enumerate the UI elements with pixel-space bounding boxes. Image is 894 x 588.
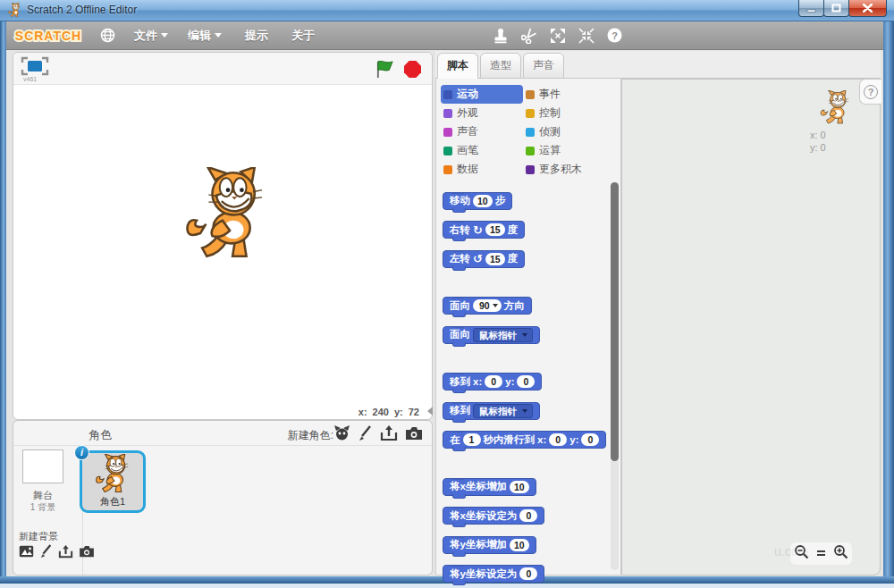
block-number-input[interactable]: 15: [485, 253, 505, 265]
palette-scrollbar[interactable]: [611, 182, 619, 570]
new-sprite-library-icon[interactable]: [333, 424, 350, 445]
new-backdrop-label: 新建背景: [19, 530, 58, 543]
block-number-input[interactable]: 0: [519, 509, 537, 522]
zoom-reset-icon[interactable]: [815, 546, 827, 562]
menu-edit[interactable]: 编辑: [182, 28, 227, 44]
category-外观[interactable]: 外观: [441, 104, 523, 122]
block-set-y[interactable]: 将y坐标设定为0: [443, 565, 544, 583]
upload-icon[interactable]: [380, 425, 398, 445]
shrink-sprite-icon[interactable]: [578, 28, 595, 44]
script-area[interactable]: u.com x: 0 y: 0: [621, 79, 881, 575]
category-侦测[interactable]: 侦测: [523, 122, 616, 141]
category-color-chip: [526, 147, 535, 155]
menu-tips[interactable]: 提示: [240, 28, 274, 44]
block-number-input[interactable]: 10: [510, 481, 529, 493]
title-bar: Scratch 2 Offline Editor: [0, 0, 894, 21]
dropdown-arrow-icon: [161, 33, 168, 38]
category-事件[interactable]: 事件: [523, 85, 616, 104]
category-color-chip: [526, 165, 535, 174]
block-number-input[interactable]: 10: [510, 539, 529, 551]
block-text: 面向: [450, 299, 470, 313]
block-turn-left[interactable]: 左转↺15度: [443, 250, 525, 268]
svg-text:SCRATCH: SCRATCH: [15, 29, 81, 43]
camera-icon[interactable]: [405, 426, 423, 444]
category-label: 运动: [457, 87, 478, 102]
block-point-towards[interactable]: 面向鼠标指针: [443, 326, 540, 344]
block-number-dropdown[interactable]: 90: [473, 299, 502, 312]
block-list: 移动10步右转↻15度左转↺15度面向90方向面向鼠标指针移到x:0y:0移到鼠…: [443, 191, 611, 588]
block-change-y[interactable]: 将y坐标增加10: [443, 536, 536, 554]
category-label: 数据: [457, 162, 478, 177]
block-number-input[interactable]: 0: [549, 433, 567, 446]
paintbrush-icon[interactable]: [358, 425, 373, 445]
block-menu-dropdown[interactable]: 鼠标指针: [473, 328, 533, 342]
delete-scissors-icon[interactable]: [521, 28, 537, 44]
stage-sprite-cat[interactable]: [181, 167, 274, 264]
fullscreen-icon[interactable]: [21, 56, 49, 76]
block-number-input[interactable]: 1: [463, 433, 481, 446]
block-number-input[interactable]: 0: [485, 375, 502, 388]
block-text: 方向: [504, 299, 525, 313]
block-goto-xy[interactable]: 移到x:0y:0: [443, 373, 542, 391]
sprite-thumbnail-sprite1[interactable]: i 角色1: [80, 450, 146, 513]
tab-scripts[interactable]: 脚本: [437, 53, 478, 80]
block-number-input[interactable]: 15: [485, 223, 505, 236]
duplicate-stamp-icon[interactable]: [493, 28, 509, 44]
category-运动[interactable]: 运动: [441, 85, 523, 104]
block-number-input[interactable]: 0: [517, 375, 535, 388]
category-selector: 运动事件外观控制声音侦测画笔运算数据更多积木: [441, 85, 616, 179]
tab-sounds[interactable]: 声音: [523, 53, 564, 79]
block-glide[interactable]: 在1秒内滑行到x:0y:0: [443, 431, 606, 449]
paintbrush-icon[interactable]: [39, 544, 53, 562]
minimize-button[interactable]: [798, 0, 824, 17]
category-运算[interactable]: 运算: [523, 141, 616, 160]
language-globe-icon[interactable]: [100, 28, 115, 43]
block-menu-dropdown[interactable]: 鼠标指针: [473, 404, 533, 418]
category-更多积木[interactable]: 更多积木: [523, 160, 616, 179]
block-change-x[interactable]: 将x坐标增加10: [443, 478, 536, 496]
category-声音[interactable]: 声音: [441, 122, 523, 141]
stage-backdrop-count: 1 背景: [13, 501, 72, 514]
category-label: 侦测: [539, 124, 561, 139]
grow-sprite-icon[interactable]: [550, 28, 566, 44]
stop-icon[interactable]: [404, 61, 421, 78]
mouse-x-value: 240: [373, 407, 389, 417]
block-palette: 运动事件外观控制声音侦测画笔运算数据更多积木 移动10步右转↻15度左转↺15度…: [435, 79, 621, 575]
category-label: 声音: [457, 124, 478, 139]
category-数据[interactable]: 数据: [441, 160, 523, 179]
tab-costumes[interactable]: 造型: [480, 53, 521, 79]
maximize-button[interactable]: [823, 0, 849, 17]
palette-scrollbar-thumb[interactable]: [611, 182, 619, 461]
menu-file[interactable]: 文件: [129, 28, 173, 44]
script-area-sprite-thumbnail: [819, 90, 853, 126]
new-sprite-label: 新建角色:: [288, 428, 333, 443]
category-控制[interactable]: 控制: [523, 104, 616, 122]
green-flag-icon[interactable]: [375, 60, 394, 79]
block-number-input[interactable]: 10: [473, 195, 493, 207]
collapse-arrow-icon[interactable]: [427, 407, 433, 416]
camera-icon[interactable]: [79, 545, 95, 561]
block-number-input[interactable]: 0: [581, 433, 599, 446]
block-text: 将y坐标设定为: [450, 567, 517, 581]
block-move-steps[interactable]: 移动10步: [443, 192, 512, 210]
zoom-out-icon[interactable]: [794, 544, 809, 563]
stage-thumbnail[interactable]: [22, 449, 63, 483]
menu-about[interactable]: 关于: [286, 28, 320, 44]
category-画笔[interactable]: 画笔: [441, 141, 523, 160]
block-point-direction[interactable]: 面向90方向: [443, 297, 532, 315]
block-number-input[interactable]: 0: [519, 567, 537, 580]
stage-panel: v461 x: 240 y: 72: [13, 52, 433, 420]
block-turn-right[interactable]: 右转↻15度: [443, 221, 525, 239]
backdrop-library-icon[interactable]: [19, 545, 34, 561]
help-icon[interactable]: ?: [607, 28, 622, 43]
block-set-x[interactable]: 将x坐标设定为0: [443, 507, 544, 525]
sprite-info-icon[interactable]: i: [74, 445, 89, 460]
zoom-in-icon[interactable]: [833, 544, 848, 563]
close-button[interactable]: [848, 0, 887, 17]
upload-icon[interactable]: [58, 545, 73, 562]
scratch-logo: SCRATCH: [12, 26, 85, 46]
help-side-tab[interactable]: ?: [859, 79, 881, 105]
block-text: 步: [495, 194, 506, 207]
block-goto-mouse[interactable]: 移到鼠标指针: [443, 402, 540, 420]
minimize-icon: [806, 4, 816, 13]
